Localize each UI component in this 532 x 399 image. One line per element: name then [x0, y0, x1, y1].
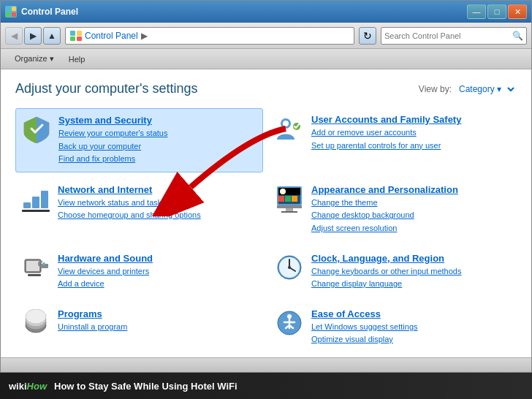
user-accounts-link-2[interactable]: Set up parental controls for any user — [311, 140, 511, 153]
cp-item-user-accounts[interactable]: User Accounts and Family Safety Add or r… — [269, 108, 517, 172]
window-icon — [5, 6, 17, 18]
ease-access-title[interactable]: Ease of Access — [311, 308, 511, 319]
svg-rect-23 — [285, 196, 291, 202]
page-title: Adjust your computer's settings — [15, 81, 198, 96]
svg-rect-24 — [292, 196, 297, 202]
back-button[interactable]: ◀ — [5, 27, 23, 45]
network-link-1[interactable]: View network status and tasks — [58, 197, 257, 210]
content-area: Adjust your computer's settings View by:… — [1, 69, 531, 357]
minimize-button[interactable]: — — [467, 4, 486, 19]
appearance-link-1[interactable]: Change the theme — [311, 197, 511, 210]
ease-access-link-1[interactable]: Let Windows suggest settings — [311, 321, 511, 334]
title-bar-buttons: — □ ✕ — [467, 4, 527, 19]
user-accounts-icon — [275, 114, 304, 143]
breadcrumb-separator: ▶ — [141, 31, 148, 41]
cp-item-programs[interactable]: Programs Uninstall a program — [15, 303, 263, 352]
hardware-title[interactable]: Hardware and Sound — [58, 253, 257, 264]
toolbar: Organize ▾ Help — [1, 49, 531, 69]
wikihow-logo: wikiHow — [9, 381, 47, 392]
svg-rect-2 — [6, 12, 10, 17]
network-title[interactable]: Network and Internet — [58, 184, 257, 195]
svg-rect-28 — [28, 274, 41, 276]
system-security-link-2[interactable]: Back up your computer — [58, 140, 256, 153]
breadcrumb-item[interactable]: Control Panel — [85, 31, 138, 41]
programs-icon — [21, 308, 50, 338]
view-by-label: View by: — [419, 84, 452, 94]
cp-item-clock[interactable]: Clock, Language, and Region Change keybo… — [269, 247, 517, 297]
svg-point-9 — [283, 121, 289, 126]
clock-title[interactable]: Clock, Language, and Region — [311, 253, 511, 264]
user-accounts-title[interactable]: User Accounts and Family Safety — [311, 114, 511, 125]
wikihow-article-title: How to Stay Safe While Using Hotel WiFi — [54, 381, 238, 392]
search-bar: 🔍 — [381, 27, 527, 45]
wiki-logo-wiki: wiki — [9, 381, 27, 392]
organize-button[interactable]: Organize ▾ — [8, 51, 61, 67]
svg-rect-6 — [70, 37, 75, 41]
svg-point-29 — [42, 262, 45, 265]
clock-icon — [275, 253, 304, 282]
svg-rect-12 — [32, 197, 39, 208]
view-by-select[interactable]: Category ▾ Large icons Small icons — [456, 83, 517, 95]
breadcrumb-bar: Control Panel ▶ — [65, 27, 354, 45]
svg-rect-7 — [77, 37, 82, 41]
content-header: Adjust your computer's settings View by:… — [15, 81, 517, 96]
svg-rect-5 — [77, 31, 82, 36]
svg-rect-19 — [277, 205, 302, 208]
search-input[interactable] — [384, 31, 509, 40]
cp-item-ease-access[interactable]: Ease of Access Let Windows suggest setti… — [269, 303, 517, 352]
cp-item-network[interactable]: Network and Internet View network status… — [15, 178, 263, 241]
programs-text: Programs Uninstall a program — [58, 308, 257, 334]
ease-access-link-2[interactable]: Optimize visual display — [311, 333, 511, 346]
svg-rect-14 — [22, 210, 50, 212]
user-accounts-link-1[interactable]: Add or remove user accounts — [311, 126, 511, 140]
svg-point-40 — [287, 314, 292, 319]
programs-link-1[interactable]: Uninstall a program — [58, 321, 257, 334]
help-button[interactable]: Help — [62, 51, 92, 67]
cp-item-system-security[interactable]: System and Security Review your computer… — [15, 108, 263, 172]
hardware-link-2[interactable]: Add a device — [58, 278, 257, 291]
clock-text: Clock, Language, and Region Change keybo… — [311, 253, 511, 291]
wiki-logo-how: How — [27, 381, 47, 392]
title-bar-left: Control Panel — [5, 6, 78, 18]
network-link-2[interactable]: Choose homegroup and sharing options — [58, 209, 257, 222]
window-title: Control Panel — [21, 7, 78, 17]
maximize-button[interactable]: □ — [487, 4, 506, 19]
user-accounts-text: User Accounts and Family Safety Add or r… — [311, 114, 511, 152]
system-security-title[interactable]: System and Security — [58, 115, 256, 126]
hardware-text: Hardware and Sound View devices and prin… — [58, 253, 257, 291]
svg-rect-20 — [286, 208, 293, 211]
svg-rect-13 — [41, 191, 48, 208]
svg-rect-11 — [23, 202, 31, 208]
clock-link-2[interactable]: Change display language — [311, 278, 511, 291]
network-text: Network and Internet View network status… — [58, 184, 257, 222]
address-bar: ◀ ▶ ▲ Control Panel ▶ ↻ 🔍 — [1, 23, 531, 49]
system-security-link-3[interactable]: Find and fix problems — [58, 153, 256, 166]
status-bar — [1, 357, 531, 372]
appearance-link-3[interactable]: Adjust screen resolution — [311, 222, 511, 235]
title-bar: Control Panel — □ ✕ — [1, 1, 531, 23]
svg-rect-21 — [281, 211, 297, 213]
control-panel-window: Control Panel — □ ✕ ◀ ▶ ▲ Control Panel … — [0, 0, 532, 373]
ease-access-icon — [275, 308, 304, 338]
appearance-link-2[interactable]: Change desktop background — [311, 209, 511, 222]
cp-item-appearance[interactable]: Appearance and Personalization Change th… — [269, 178, 517, 241]
ease-access-text: Ease of Access Let Windows suggest setti… — [311, 308, 511, 346]
system-security-link-1[interactable]: Review your computer's status — [58, 127, 256, 140]
forward-button[interactable]: ▶ — [24, 27, 42, 45]
appearance-title[interactable]: Appearance and Personalization — [311, 184, 511, 195]
svg-rect-4 — [70, 31, 75, 36]
up-button[interactable]: ▲ — [43, 27, 61, 45]
svg-rect-22 — [278, 196, 284, 202]
cp-item-hardware[interactable]: Hardware and Sound View devices and prin… — [15, 247, 263, 297]
control-panel-grid: System and Security Review your computer… — [15, 108, 517, 352]
close-button[interactable]: ✕ — [508, 4, 527, 19]
svg-rect-3 — [12, 12, 16, 17]
clock-link-1[interactable]: Change keyboards or other input methods — [311, 265, 511, 278]
refresh-button[interactable]: ↻ — [359, 27, 376, 45]
svg-point-18 — [280, 189, 286, 194]
nav-buttons: ◀ ▶ ▲ — [5, 27, 61, 45]
programs-title[interactable]: Programs — [58, 308, 257, 319]
hardware-icon — [21, 253, 50, 282]
search-button[interactable]: 🔍 — [512, 30, 523, 42]
hardware-link-1[interactable]: View devices and printers — [58, 265, 257, 278]
